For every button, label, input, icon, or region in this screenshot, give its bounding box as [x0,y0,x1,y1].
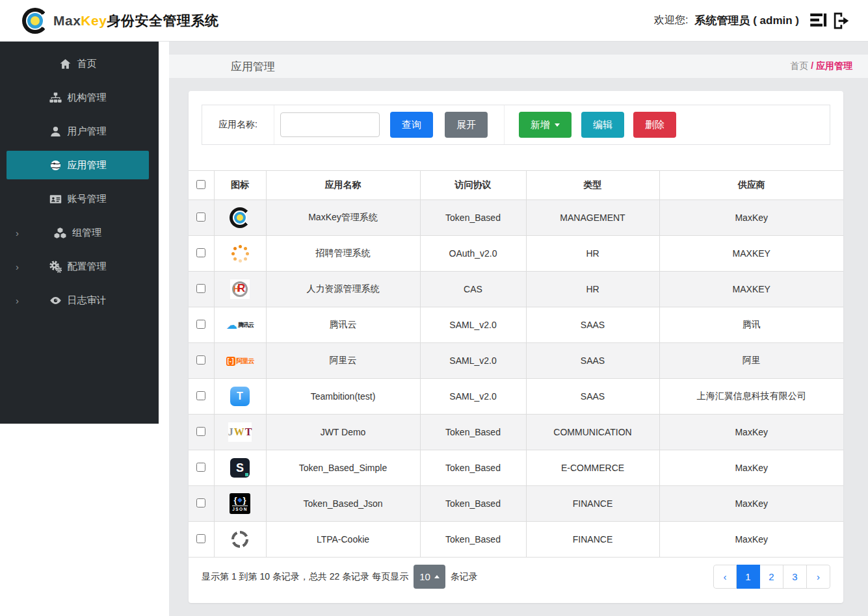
row-checkbox[interactable] [196,498,205,507]
row-checkbox[interactable] [196,248,205,257]
page-size-dropdown[interactable]: 10 [414,565,445,589]
column-header-icon: 图标 [214,171,266,200]
sidebar-item-group[interactable]: › 组管理 [0,216,159,250]
expand-button[interactable]: 展开 [445,112,488,138]
table-row[interactable]: 招聘管理系统 OAuth_v2.0 HR MAXKEY [189,236,843,272]
sidebar-item-label: 日志审计 [68,294,107,307]
type-cell: HR [526,272,659,307]
app-icon-cell: S [214,450,266,486]
simple-app-icon: S [230,458,250,478]
sidebar-item-config[interactable]: › 配置管理 [0,250,159,283]
app-name-cell: 人力资源管理系统 [266,272,420,307]
vendor-cell: 上海汇翼信息科技有限公司 [659,379,843,415]
protocol-cell: SAML_v2.0 [420,343,526,379]
content-background: 应用管理 首页 / 应用管理 应用名称: 查询 展开 新增 编辑 删除 [169,42,868,616]
top-header: MaxKey身份安全管理系统 欢迎您: 系统管理员 ( admin ) [0,0,868,42]
column-header-name: 应用名称 [266,171,420,200]
pagination-pages: ‹123› [713,565,830,589]
vendor-cell: MaxKey [659,415,843,450]
row-checkbox[interactable] [196,534,205,543]
app-icon-cell: [-]阿里云 [214,343,266,379]
select-all-checkbox[interactable] [196,180,205,189]
pagination-summary-suffix: 条记录 [451,571,478,583]
table-row[interactable]: {◆}JSON Token_Based_Json Token_Based FIN… [189,486,843,522]
pagination-next[interactable]: › [807,565,830,589]
user-area: 欢迎您: 系统管理员 ( admin ) [654,11,851,31]
row-checkbox[interactable] [196,284,205,293]
pagination-page-2[interactable]: 2 [760,565,783,589]
column-header-protocol: 访问协议 [420,171,526,200]
welcome-label: 欢迎您: [654,14,688,27]
table-row[interactable]: HR 人力资源管理系统 CAS HR MAXKEY [189,272,843,307]
logout-icon[interactable] [832,11,851,31]
row-checkbox[interactable] [196,427,205,436]
jwt-app-icon: JWT [228,422,252,442]
protocol-cell: SAML_v2.0 [420,307,526,343]
sidebar-item-label: 首页 [77,58,97,70]
table-row[interactable]: MaxKey管理系统 Token_Based MANAGEMENT MaxKey [189,200,843,236]
row-checkbox[interactable] [196,320,205,329]
id-card-icon [49,193,62,205]
breadcrumb-home[interactable]: 首页 [790,60,808,71]
app-name-cell: MaxKey管理系统 [266,200,420,236]
pagination-summary-prefix: 显示第 1 到第 10 条记录，总共 22 条记录 每页显示 [202,571,408,583]
app-icon-cell [214,236,266,272]
pagination-page-3[interactable]: 3 [783,565,807,589]
sidebar-item-label: 用户管理 [68,125,107,138]
vendor-cell: MAXKEY [659,236,843,272]
sidebar-item-home[interactable]: › 首页 [0,47,159,81]
hr-app-icon: HR [230,279,250,299]
app-icon-cell: T [214,379,266,415]
table-row[interactable]: ☁腾讯云 腾讯云 SAML_v2.0 SAAS 腾讯 [189,307,843,343]
type-cell: SAAS [526,343,659,379]
type-cell: SAAS [526,307,659,343]
table-row[interactable]: LTPA-Cookie Token_Based FINANCE MaxKey [189,522,843,558]
protocol-cell: CAS [420,272,526,307]
row-checkbox[interactable] [196,391,205,400]
add-button[interactable]: 新增 [519,112,572,138]
delete-button[interactable]: 删除 [633,112,676,138]
breadcrumb: 首页 / 应用管理 [790,60,852,72]
main-area: 应用管理 首页 / 应用管理 应用名称: 查询 展开 新增 编辑 删除 [159,42,868,616]
edit-button[interactable]: 编辑 [581,112,624,138]
vendor-cell: 腾讯 [659,307,843,343]
type-cell: FINANCE [526,486,659,522]
type-cell: MANAGEMENT [526,200,659,236]
vendor-cell: MaxKey [659,486,843,522]
sidebar-item-account[interactable]: › 账号管理 [0,182,159,216]
protocol-cell: Token_Based [420,450,526,486]
brand-title: MaxKey身份安全管理系统 [53,12,218,30]
table-row[interactable]: [-]阿里云 阿里云 SAML_v2.0 SAAS 阿里 [189,343,843,379]
add-button-label: 新增 [531,119,550,131]
select-all-cell [189,171,214,200]
table-row[interactable]: JWT JWT Demo Token_Based COMMUNICATION M… [189,415,843,450]
list-icon[interactable] [809,11,829,31]
sidebar-item-org[interactable]: › 机构管理 [0,81,159,114]
brand: MaxKey身份安全管理系统 [22,8,218,34]
sidebar-item-label: 应用管理 [68,159,107,172]
pagination-bar: 显示第 1 到第 10 条记录，总共 22 条记录 每页显示 10 条记录 ‹1… [202,565,830,589]
row-checkbox[interactable] [196,463,205,472]
pagination-prev[interactable]: ‹ [713,565,737,589]
row-checkbox[interactable] [196,355,205,365]
table-row[interactable]: T Teambition(test) SAML_v2.0 SAAS 上海汇翼信息… [189,379,843,415]
pagination-page-1[interactable]: 1 [737,565,760,589]
app-icon-cell: JWT [214,415,266,450]
maxkey-logo-icon [22,8,48,34]
query-button[interactable]: 查询 [390,112,433,138]
sidebar-item-user[interactable]: › 用户管理 [0,114,159,148]
gears-icon [49,261,62,273]
applications-table: 图标 应用名称 访问协议 类型 供应商 MaxKey管理系统 Token_Bas… [189,170,843,558]
row-checkbox[interactable] [196,212,205,222]
content-card: 应用名称: 查询 展开 新增 编辑 删除 图标 [189,91,843,603]
brand-suffix: 身份安全管理系统 [107,13,218,28]
table-row[interactable]: S Token_Based_Simple Token_Based E-COMME… [189,450,843,486]
sidebar-item-app[interactable]: › 应用管理 [0,148,159,182]
sidebar-item-audit[interactable]: › 日志审计 [0,283,159,317]
protocol-cell: Token_Based [420,415,526,450]
chevron-right-icon: › [16,261,19,272]
app-name-input[interactable] [280,112,380,137]
caret-down-icon [555,123,560,127]
app-icon-cell [214,200,266,236]
vendor-cell: MaxKey [659,522,843,558]
